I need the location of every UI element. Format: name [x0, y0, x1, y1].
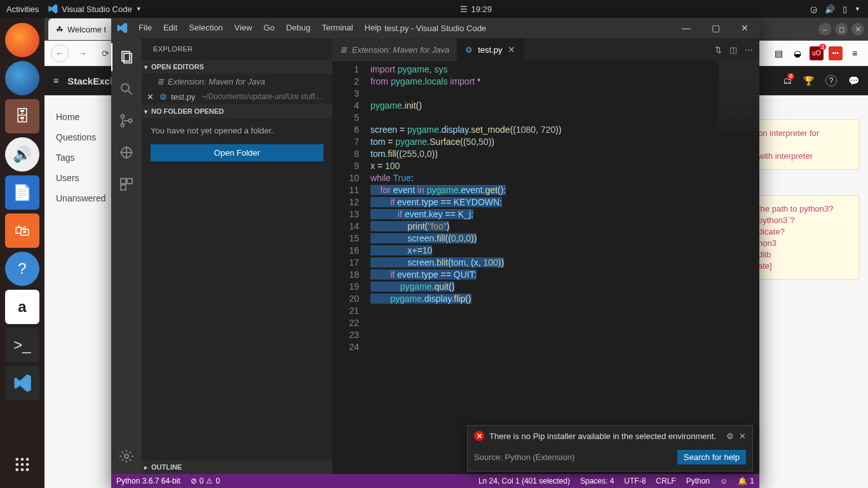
status-bell[interactable]: 🔔1 — [733, 477, 759, 485]
svg-point-11 — [121, 84, 129, 92]
vscode-titlebar[interactable]: File Edit Selection View Go Debug Termin… — [111, 18, 759, 38]
activity-explorer[interactable] — [111, 43, 142, 71]
site-switcher-icon[interactable]: 💬 — [848, 76, 859, 86]
dock-amazon[interactable]: a — [5, 290, 39, 324]
vscode-logo-icon — [111, 22, 133, 34]
ff-menu-button[interactable]: ≡ — [848, 46, 862, 60]
error-count-icon: ⊘ — [191, 477, 197, 485]
svg-point-7 — [21, 468, 24, 471]
list-icon: ≣ — [340, 45, 347, 55]
tab-testpy[interactable]: ⚙test.py✕ — [458, 38, 523, 61]
lastpass-icon[interactable]: ••• — [829, 46, 843, 60]
ff-forward-button[interactable]: → — [74, 44, 92, 62]
clock[interactable]: ☰19:29 — [142, 4, 811, 14]
close-icon[interactable]: ✕ — [146, 92, 154, 102]
warning-count-icon: ⚠ — [206, 477, 213, 485]
activity-extensions[interactable] — [111, 170, 142, 198]
activity-debug[interactable] — [111, 139, 142, 166]
toast-source: Source: Python (Extension) — [474, 452, 671, 462]
dock-files[interactable]: 🗄 — [5, 99, 39, 133]
code-editor[interactable]: 123456789101112131415161718192021222324 … — [332, 61, 759, 474]
activity-settings[interactable] — [111, 442, 142, 470]
help-icon[interactable]: ? — [825, 75, 837, 86]
line-gutter: 123456789101112131415161718192021222324 — [332, 61, 368, 474]
status-encoding[interactable]: UTF-8 — [619, 477, 651, 485]
outline-header[interactable]: ▸OUTLINE — [142, 460, 332, 474]
open-editor-maven[interactable]: ≣Extension: Maven for Java — [142, 74, 332, 89]
dock-writer[interactable]: 📄 — [5, 175, 39, 210]
toast-action-button[interactable]: Search for help — [677, 450, 746, 464]
ublock-icon[interactable]: uO — [810, 46, 824, 60]
split-editor-icon[interactable]: ◫ — [729, 45, 737, 55]
power-menu-chevron-icon[interactable]: ▼ — [855, 6, 860, 12]
dock-thunderbird[interactable] — [5, 61, 39, 95]
menu-go[interactable]: Go — [258, 18, 280, 38]
svg-point-1 — [21, 458, 24, 461]
no-folder-header[interactable]: ▾NO FOLDER OPENED — [142, 104, 332, 118]
open-editor-testpy[interactable]: ✕⚙test.py~/Documents/update-uni/Uni stuf… — [142, 89, 332, 104]
dock-rhythmbox[interactable]: 🔊 — [5, 137, 39, 172]
svg-line-12 — [128, 91, 132, 95]
activity-scm[interactable] — [111, 107, 142, 135]
svg-rect-21 — [121, 185, 126, 190]
win-min-button[interactable]: — — [672, 18, 701, 38]
compare-changes-icon[interactable]: ⇅ — [715, 45, 722, 55]
toast-close-icon[interactable]: ✕ — [739, 431, 746, 441]
editor-tabs: ≣Extension: Maven for Java ⚙test.py✕ ⇅ ◫… — [332, 38, 759, 61]
ff-tab[interactable]: ☘Welcome t — [48, 18, 114, 40]
svg-point-3 — [16, 463, 19, 466]
svg-rect-20 — [127, 179, 132, 184]
status-indent[interactable]: Spaces: 4 — [575, 477, 619, 485]
menu-file[interactable]: File — [133, 18, 158, 38]
ff-back-button[interactable]: ← — [51, 44, 69, 62]
wifi-icon[interactable]: ◶ — [810, 4, 817, 14]
open-folder-button[interactable]: Open Folder — [151, 144, 323, 161]
menu-help[interactable]: Help — [359, 18, 388, 38]
inbox-icon[interactable]: 🗂 — [783, 76, 792, 86]
volume-icon[interactable]: 🔊 — [825, 4, 835, 14]
reader-icon[interactable]: ▤ — [771, 46, 785, 60]
app-menu[interactable]: Visual Studio Code ▼ — [48, 4, 141, 14]
ff-min-button[interactable]: – — [818, 23, 831, 36]
dock-vscode[interactable] — [5, 366, 39, 400]
vscode-menu: File Edit Selection View Go Debug Termin… — [133, 18, 387, 38]
menu-view[interactable]: View — [229, 18, 258, 38]
pocket-icon[interactable]: ◒ — [790, 46, 804, 60]
win-close-button[interactable]: ✕ — [730, 18, 759, 38]
minimap[interactable] — [719, 61, 759, 131]
status-cursor[interactable]: Ln 24, Col 1 (401 selected) — [473, 477, 575, 485]
toast-settings-icon[interactable]: ⚙ — [726, 431, 734, 441]
tab-close-icon[interactable]: ✕ — [508, 44, 515, 55]
list-icon: ≣ — [157, 77, 164, 86]
ff-max-button[interactable]: ◻ — [835, 23, 848, 36]
menu-selection[interactable]: Selection — [183, 18, 228, 38]
tab-maven[interactable]: ≣Extension: Maven for Java — [332, 38, 458, 61]
explorer-panel: EXPLORER ▾OPEN EDITORS ≣Extension: Maven… — [142, 38, 332, 474]
status-eol[interactable]: CRLF — [651, 477, 681, 485]
battery-icon[interactable]: ▯ — [843, 4, 847, 14]
status-python[interactable]: Python 3.6.7 64-bit — [111, 477, 186, 485]
menu-terminal[interactable]: Terminal — [316, 18, 358, 38]
menu-debug[interactable]: Debug — [280, 18, 316, 38]
more-actions-icon[interactable]: ⋯ — [745, 45, 753, 55]
dock-terminal[interactable]: >_ — [5, 328, 39, 362]
dock-help[interactable]: ? — [5, 252, 39, 286]
svg-point-15 — [129, 119, 132, 123]
status-language[interactable]: Python — [681, 477, 715, 485]
open-editors-header[interactable]: ▾OPEN EDITORS — [142, 60, 332, 74]
activities-button[interactable]: Activities — [6, 4, 39, 14]
menu-edit[interactable]: Edit — [158, 18, 183, 38]
status-problems[interactable]: ⊘0 ⚠0 — [186, 477, 225, 485]
code-content[interactable]: import pygame, sysfrom pygame.locals imp… — [368, 61, 759, 474]
toast-message: There is no Pip installer available in t… — [489, 431, 721, 441]
activity-search[interactable] — [111, 75, 142, 103]
svg-point-22 — [125, 454, 128, 458]
achievements-icon[interactable]: 🏆 — [803, 76, 814, 86]
ff-close-button[interactable]: ✕ — [851, 23, 864, 36]
win-max-button[interactable]: ▢ — [701, 18, 730, 38]
status-feedback-icon[interactable]: ☺ — [715, 477, 733, 485]
dock-show-apps[interactable] — [5, 447, 39, 482]
dock-software[interactable]: 🛍 — [5, 214, 39, 248]
dock-firefox[interactable] — [5, 23, 39, 57]
svg-rect-19 — [121, 179, 126, 184]
